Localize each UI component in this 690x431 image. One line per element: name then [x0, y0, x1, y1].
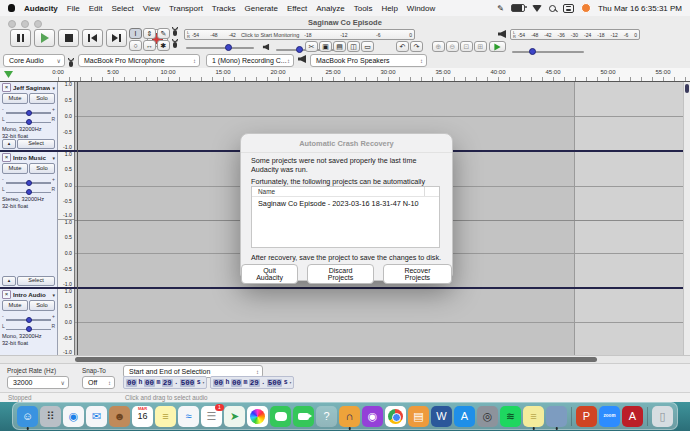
- zoom-fit-selection-button[interactable]: ⊡: [460, 41, 473, 52]
- zoom-tool-button[interactable]: ○: [129, 40, 142, 51]
- audio-host-select[interactable]: Core Audio∨: [3, 54, 65, 67]
- dock-calendar-icon[interactable]: MAR16: [132, 406, 153, 427]
- solo-button[interactable]: Solo: [29, 300, 55, 311]
- field-dropdown-icon[interactable]: ▾: [202, 380, 204, 385]
- dock-stocks-icon[interactable]: ≈: [178, 406, 199, 427]
- horizontal-scrollbar[interactable]: [0, 355, 690, 363]
- skip-to-start-button[interactable]: [82, 29, 103, 47]
- dock-mail-icon[interactable]: ✉: [86, 406, 107, 427]
- gain-slider[interactable]: -+: [6, 112, 51, 114]
- gain-slider-thumb[interactable]: [26, 110, 32, 116]
- zoom-out-button[interactable]: ⊖: [446, 41, 459, 52]
- track-name[interactable]: Intro Audio: [13, 291, 50, 298]
- vertical-scrollbar[interactable]: [683, 82, 690, 355]
- dock-appstore-icon[interactable]: A: [454, 406, 475, 427]
- draw-tool-button[interactable]: ✎: [157, 28, 170, 39]
- close-track-button[interactable]: ×: [2, 290, 11, 299]
- stop-button[interactable]: [58, 29, 79, 47]
- dock-safari-icon[interactable]: ◉: [63, 406, 84, 427]
- dock-zoom-icon[interactable]: zoom: [599, 406, 620, 427]
- track-menu-dropdown-icon[interactable]: ▾: [52, 85, 55, 91]
- gain-slider-thumb[interactable]: [26, 180, 32, 186]
- control-center-icon[interactable]: [563, 4, 574, 13]
- track-intro-audio[interactable]: ×Intro Audio▾MuteSolo-+LRMono, 32000Hz32…: [0, 289, 683, 355]
- recover-projects-button[interactable]: Recover Projects: [383, 264, 452, 284]
- mute-button[interactable]: Mute: [2, 93, 28, 104]
- zoom-in-button[interactable]: ⊕: [432, 41, 445, 52]
- dock-facetime-icon[interactable]: [293, 406, 314, 427]
- recording-channels-select[interactable]: 1 (Mono) Recording C...↕: [206, 54, 294, 67]
- wifi-icon[interactable]: [532, 5, 542, 12]
- pan-slider-thumb[interactable]: [26, 326, 32, 332]
- horizontal-scrollbar-thumb[interactable]: [75, 357, 597, 362]
- selection-tool-button[interactable]: I: [129, 28, 142, 39]
- menu-item-analyze[interactable]: Analyze: [316, 4, 344, 13]
- menu-item-audacity[interactable]: Audacity: [24, 4, 58, 13]
- close-track-button[interactable]: ×: [2, 83, 11, 92]
- mute-button[interactable]: Mute: [2, 300, 28, 311]
- gain-slider[interactable]: -+: [6, 182, 51, 184]
- trim-audio-button[interactable]: ◫: [347, 41, 360, 52]
- play-at-speed-button[interactable]: [489, 41, 506, 52]
- play-button[interactable]: [34, 29, 55, 47]
- menu-item-tracks[interactable]: Tracks: [212, 4, 236, 13]
- dock-powerpoint-icon[interactable]: P: [576, 406, 597, 427]
- playback-volume-thumb[interactable]: [296, 46, 303, 53]
- pan-slider-thumb[interactable]: [26, 189, 32, 195]
- recording-device-select[interactable]: MacBook Pro Microphone↕: [78, 54, 200, 67]
- timeshift-tool-button[interactable]: ↔: [143, 40, 156, 51]
- pan-slider-thumb[interactable]: [26, 119, 32, 125]
- selection-start-field[interactable]: 00h 00m 29. 500s ▾: [123, 376, 207, 389]
- pan-slider[interactable]: LR: [6, 122, 51, 124]
- pause-button[interactable]: [10, 29, 31, 47]
- multi-tool-button[interactable]: ✱: [157, 40, 170, 51]
- play-speed-thumb[interactable]: [529, 48, 536, 55]
- track-name[interactable]: Jeff Saginaw: [13, 84, 50, 91]
- dock-word-icon[interactable]: W: [431, 406, 452, 427]
- dock-acrobat-icon[interactable]: A: [622, 406, 643, 427]
- menu-item-tools[interactable]: Tools: [354, 4, 373, 13]
- zoom-fit-project-button[interactable]: ⊞: [474, 41, 487, 52]
- track-menu-dropdown-icon[interactable]: ▾: [52, 155, 55, 161]
- dock-books-icon[interactable]: ▤: [408, 406, 429, 427]
- playback-device-select[interactable]: MacBook Pro Speakers↕: [310, 54, 427, 67]
- pan-slider[interactable]: LR: [6, 329, 51, 331]
- list-column-header[interactable]: Name: [252, 187, 439, 197]
- redo-button[interactable]: ↷: [410, 41, 423, 52]
- recording-meter[interactable]: LR -54-48-42 Click to Start Monitoring -…: [184, 29, 415, 40]
- skip-to-end-button[interactable]: [106, 29, 127, 47]
- dock-stickies-icon[interactable]: ≡: [523, 406, 544, 427]
- list-item[interactable]: Saginaw Co Episode - 2023-03-16 18-31-47…: [252, 197, 439, 208]
- pen-icon[interactable]: ✎: [497, 4, 504, 13]
- record-volume-slider[interactable]: [186, 47, 254, 49]
- gain-slider[interactable]: -+: [6, 319, 51, 321]
- dock-trash-icon[interactable]: ▯: [652, 406, 673, 427]
- vertical-scrollbar-thumb[interactable]: [685, 84, 689, 93]
- track-menu-dropdown-icon[interactable]: ▾: [52, 292, 55, 298]
- menu-item-effect[interactable]: Effect: [287, 4, 307, 13]
- solo-button[interactable]: Solo: [29, 93, 55, 104]
- playback-meter[interactable]: LR -54-48-42-36-30-24-18-12-60: [510, 29, 640, 40]
- record-volume-thumb[interactable]: [225, 44, 232, 51]
- recoverable-projects-list[interactable]: Name Saginaw Co Episode - 2023-03-16 18-…: [251, 186, 440, 248]
- paste-button[interactable]: ▤: [333, 41, 346, 52]
- snap-to-select[interactable]: Off↕: [82, 376, 115, 389]
- cut-button[interactable]: ✂: [305, 41, 318, 52]
- menu-item-transport[interactable]: Transport: [169, 4, 203, 13]
- dock-reminders-icon[interactable]: ☰1: [201, 406, 222, 427]
- dock-chrome-icon[interactable]: [385, 406, 406, 427]
- play-speed-slider[interactable]: [512, 51, 584, 53]
- dock-media-icon[interactable]: [546, 406, 567, 427]
- dock-launchpad-icon[interactable]: ⠿: [40, 406, 61, 427]
- account-icon[interactable]: [581, 3, 591, 13]
- project-rate-select[interactable]: 32000∨: [7, 376, 69, 389]
- pan-slider[interactable]: LR: [6, 192, 51, 194]
- dock-notes-icon[interactable]: ≡: [155, 406, 176, 427]
- menu-item-help[interactable]: Help: [381, 4, 397, 13]
- undo-button[interactable]: ↶: [396, 41, 409, 52]
- solo-button[interactable]: Solo: [29, 163, 55, 174]
- apple-menu-icon[interactable]: [8, 4, 15, 12]
- field-dropdown-icon[interactable]: ▾: [289, 380, 291, 385]
- battery-icon[interactable]: [511, 4, 525, 12]
- select-track-button[interactable]: Select: [17, 276, 55, 286]
